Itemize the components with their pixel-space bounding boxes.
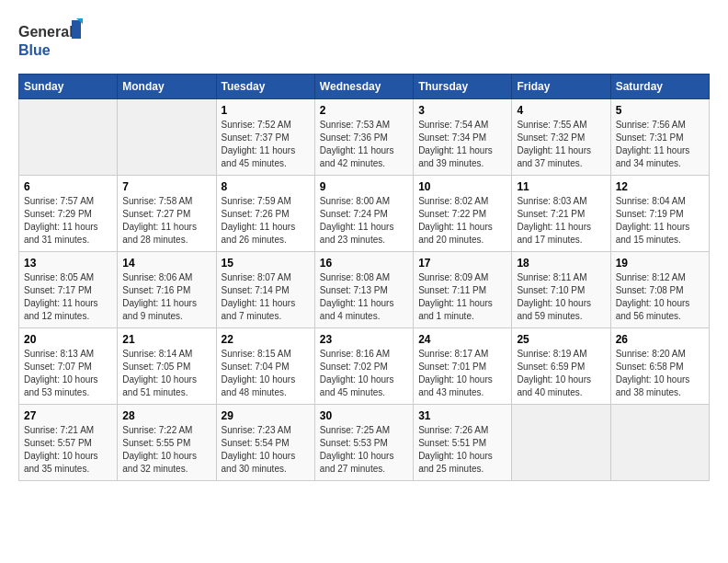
- day-number: 16: [320, 257, 408, 270]
- day-info: Sunrise: 8:14 AM Sunset: 7:05 PM Dayligh…: [122, 348, 210, 399]
- week-row-3: 20Sunrise: 8:13 AM Sunset: 7:07 PM Dayli…: [19, 328, 710, 405]
- day-number: 11: [517, 180, 605, 193]
- calendar-cell: 5Sunrise: 7:56 AM Sunset: 7:31 PM Daylig…: [610, 99, 709, 176]
- day-number: 14: [122, 257, 210, 270]
- day-number: 29: [222, 409, 310, 422]
- day-number: 26: [616, 333, 704, 346]
- calendar-cell: 14Sunrise: 8:06 AM Sunset: 7:16 PM Dayli…: [118, 252, 216, 328]
- calendar-cell: 24Sunrise: 8:17 AM Sunset: 7:01 PM Dayli…: [414, 328, 512, 405]
- week-row-1: 6Sunrise: 7:57 AM Sunset: 7:29 PM Daylig…: [19, 176, 710, 252]
- svg-text:Blue: Blue: [18, 42, 51, 58]
- day-info: Sunrise: 7:58 AM Sunset: 7:27 PM Dayligh…: [122, 195, 210, 247]
- calendar-cell: 26Sunrise: 8:20 AM Sunset: 6:58 PM Dayli…: [610, 328, 709, 405]
- calendar-cell: 13Sunrise: 8:05 AM Sunset: 7:17 PM Dayli…: [19, 252, 118, 328]
- calendar-cell: [610, 405, 709, 481]
- day-info: Sunrise: 7:57 AM Sunset: 7:29 PM Dayligh…: [24, 195, 112, 247]
- weekday-header-saturday: Saturday: [610, 75, 709, 99]
- day-info: Sunrise: 7:55 AM Sunset: 7:32 PM Dayligh…: [517, 119, 605, 170]
- day-number: 17: [418, 257, 506, 270]
- day-number: 12: [616, 180, 704, 193]
- day-info: Sunrise: 7:52 AM Sunset: 7:37 PM Dayligh…: [222, 119, 310, 170]
- day-number: 31: [418, 409, 506, 422]
- day-number: 13: [24, 257, 112, 270]
- day-number: 7: [122, 180, 210, 193]
- day-info: Sunrise: 8:05 AM Sunset: 7:17 PM Dayligh…: [24, 271, 112, 323]
- day-info: Sunrise: 8:00 AM Sunset: 7:24 PM Dayligh…: [320, 195, 408, 247]
- calendar-cell: 18Sunrise: 8:11 AM Sunset: 7:10 PM Dayli…: [512, 252, 610, 328]
- day-number: 23: [320, 333, 408, 346]
- weekday-header-thursday: Thursday: [414, 75, 512, 99]
- day-info: Sunrise: 7:22 AM Sunset: 5:55 PM Dayligh…: [122, 424, 210, 476]
- week-row-0: 1Sunrise: 7:52 AM Sunset: 7:37 PM Daylig…: [19, 99, 710, 176]
- day-number: 25: [517, 333, 605, 346]
- day-info: Sunrise: 7:54 AM Sunset: 7:34 PM Dayligh…: [418, 119, 506, 170]
- day-number: 15: [222, 257, 310, 270]
- day-info: Sunrise: 8:15 AM Sunset: 7:04 PM Dayligh…: [222, 348, 310, 399]
- day-number: 5: [616, 104, 704, 117]
- day-info: Sunrise: 8:13 AM Sunset: 7:07 PM Dayligh…: [24, 348, 112, 399]
- calendar-cell: 23Sunrise: 8:16 AM Sunset: 7:02 PM Dayli…: [314, 328, 413, 405]
- day-number: 22: [222, 333, 310, 346]
- day-number: 4: [517, 104, 605, 117]
- day-info: Sunrise: 8:09 AM Sunset: 7:11 PM Dayligh…: [418, 271, 506, 323]
- logo: GeneralBlue: [18, 18, 92, 60]
- day-number: 1: [222, 104, 310, 117]
- day-info: Sunrise: 8:17 AM Sunset: 7:01 PM Dayligh…: [418, 348, 506, 399]
- calendar-cell: [19, 99, 118, 176]
- calendar-cell: 1Sunrise: 7:52 AM Sunset: 7:37 PM Daylig…: [216, 99, 314, 176]
- calendar-cell: 30Sunrise: 7:25 AM Sunset: 5:53 PM Dayli…: [314, 405, 413, 481]
- day-info: Sunrise: 8:19 AM Sunset: 6:59 PM Dayligh…: [517, 348, 605, 399]
- calendar-cell: 25Sunrise: 8:19 AM Sunset: 6:59 PM Dayli…: [512, 328, 610, 405]
- week-row-2: 13Sunrise: 8:05 AM Sunset: 7:17 PM Dayli…: [19, 252, 710, 328]
- calendar-cell: 29Sunrise: 7:23 AM Sunset: 5:54 PM Dayli…: [216, 405, 314, 481]
- day-info: Sunrise: 8:04 AM Sunset: 7:19 PM Dayligh…: [616, 195, 704, 247]
- day-info: Sunrise: 7:21 AM Sunset: 5:57 PM Dayligh…: [24, 424, 112, 476]
- logo-svg: GeneralBlue: [18, 18, 92, 60]
- weekday-header-friday: Friday: [512, 75, 610, 99]
- day-info: Sunrise: 8:06 AM Sunset: 7:16 PM Dayligh…: [122, 271, 210, 323]
- calendar-cell: 4Sunrise: 7:55 AM Sunset: 7:32 PM Daylig…: [512, 99, 610, 176]
- calendar-cell: 6Sunrise: 7:57 AM Sunset: 7:29 PM Daylig…: [19, 176, 118, 252]
- calendar-cell: 21Sunrise: 8:14 AM Sunset: 7:05 PM Dayli…: [118, 328, 216, 405]
- calendar-cell: 17Sunrise: 8:09 AM Sunset: 7:11 PM Dayli…: [414, 252, 512, 328]
- week-row-4: 27Sunrise: 7:21 AM Sunset: 5:57 PM Dayli…: [19, 405, 710, 481]
- day-number: 21: [122, 333, 210, 346]
- calendar-cell: [118, 99, 216, 176]
- day-info: Sunrise: 8:02 AM Sunset: 7:22 PM Dayligh…: [418, 195, 506, 247]
- weekday-header-tuesday: Tuesday: [216, 75, 314, 99]
- day-number: 2: [320, 104, 408, 117]
- day-info: Sunrise: 8:08 AM Sunset: 7:13 PM Dayligh…: [320, 271, 408, 323]
- calendar-cell: 2Sunrise: 7:53 AM Sunset: 7:36 PM Daylig…: [314, 99, 413, 176]
- calendar-cell: 3Sunrise: 7:54 AM Sunset: 7:34 PM Daylig…: [414, 99, 512, 176]
- svg-text:General: General: [18, 24, 74, 40]
- day-number: 3: [418, 104, 506, 117]
- calendar-cell: 20Sunrise: 8:13 AM Sunset: 7:07 PM Dayli…: [19, 328, 118, 405]
- day-info: Sunrise: 7:23 AM Sunset: 5:54 PM Dayligh…: [222, 424, 310, 476]
- day-number: 19: [616, 257, 704, 270]
- day-info: Sunrise: 8:12 AM Sunset: 7:08 PM Dayligh…: [616, 271, 704, 323]
- calendar-cell: 12Sunrise: 8:04 AM Sunset: 7:19 PM Dayli…: [610, 176, 709, 252]
- day-info: Sunrise: 8:07 AM Sunset: 7:14 PM Dayligh…: [222, 271, 310, 323]
- day-info: Sunrise: 7:56 AM Sunset: 7:31 PM Dayligh…: [616, 119, 704, 170]
- calendar-cell: 31Sunrise: 7:26 AM Sunset: 5:51 PM Dayli…: [414, 405, 512, 481]
- weekday-header-row: SundayMondayTuesdayWednesdayThursdayFrid…: [19, 75, 710, 99]
- day-number: 30: [320, 409, 408, 422]
- calendar-cell: [512, 405, 610, 481]
- day-number: 27: [24, 409, 112, 422]
- day-number: 24: [418, 333, 506, 346]
- day-info: Sunrise: 8:03 AM Sunset: 7:21 PM Dayligh…: [517, 195, 605, 247]
- weekday-header-monday: Monday: [118, 75, 216, 99]
- weekday-header-sunday: Sunday: [19, 75, 118, 99]
- calendar-cell: 16Sunrise: 8:08 AM Sunset: 7:13 PM Dayli…: [314, 252, 413, 328]
- calendar-cell: 19Sunrise: 8:12 AM Sunset: 7:08 PM Dayli…: [610, 252, 709, 328]
- calendar-cell: 8Sunrise: 7:59 AM Sunset: 7:26 PM Daylig…: [216, 176, 314, 252]
- day-number: 28: [122, 409, 210, 422]
- page-header: GeneralBlue: [18, 18, 710, 60]
- day-number: 9: [320, 180, 408, 193]
- day-info: Sunrise: 7:26 AM Sunset: 5:51 PM Dayligh…: [418, 424, 506, 476]
- calendar-cell: 7Sunrise: 7:58 AM Sunset: 7:27 PM Daylig…: [118, 176, 216, 252]
- day-number: 10: [418, 180, 506, 193]
- calendar-cell: 9Sunrise: 8:00 AM Sunset: 7:24 PM Daylig…: [314, 176, 413, 252]
- day-info: Sunrise: 8:20 AM Sunset: 6:58 PM Dayligh…: [616, 348, 704, 399]
- calendar-cell: 28Sunrise: 7:22 AM Sunset: 5:55 PM Dayli…: [118, 405, 216, 481]
